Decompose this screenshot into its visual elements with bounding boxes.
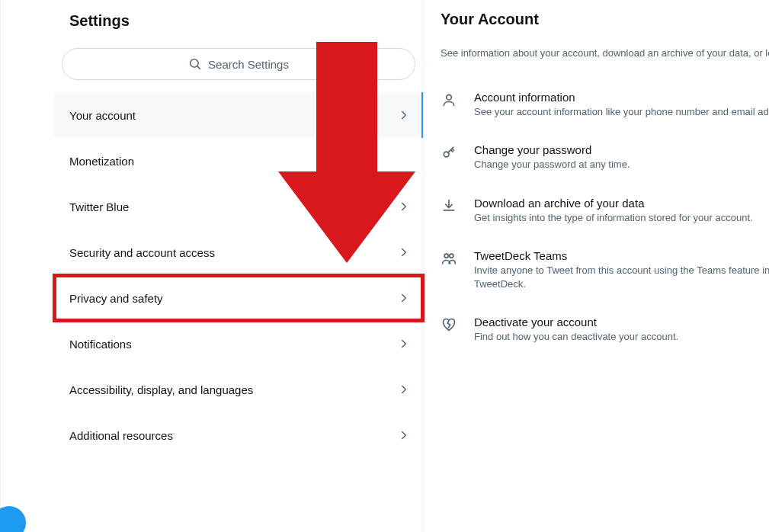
- nav-item-label: Notifications: [69, 338, 132, 351]
- account-title: Your Account: [441, 11, 769, 28]
- search-settings-input[interactable]: Search Settings: [62, 48, 415, 80]
- chevron-right-icon: [397, 108, 411, 122]
- nav-item-accessibility-display-and-languages[interactable]: Accessibility, display, and languages: [54, 367, 423, 412]
- svg-line-1: [197, 66, 200, 69]
- detail-title: Download an archive of your data: [474, 197, 769, 210]
- detail-item-tweetdeck-teams[interactable]: TweetDeck TeamsInvite anyone to Tweet fr…: [441, 237, 769, 303]
- nav-item-your-account[interactable]: Your account: [54, 92, 423, 138]
- chevron-right-icon: [397, 337, 411, 351]
- nav-item-additional-resources[interactable]: Additional resources: [54, 412, 423, 458]
- settings-sidebar: Settings Search Settings Your accountMon…: [0, 0, 424, 532]
- detail-desc: Invite anyone to Tweet from this account…: [474, 264, 769, 291]
- nav-item-label: Accessibility, display, and languages: [69, 383, 253, 396]
- nav-item-label: Your account: [69, 109, 136, 122]
- chevron-right-icon: [397, 245, 411, 259]
- nav-item-label: Security and account access: [69, 246, 215, 259]
- download-icon: [441, 198, 457, 213]
- svg-point-5: [450, 254, 453, 258]
- key-icon: [441, 145, 457, 160]
- chevron-right-icon: [397, 428, 411, 442]
- detail-text: Download an archive of your dataGet insi…: [474, 197, 769, 225]
- detail-title: Deactivate your account: [474, 316, 769, 328]
- nav-item-label: Twitter Blue: [69, 200, 129, 213]
- chevron-right-icon: [397, 200, 411, 213]
- chevron-right-icon: [397, 383, 411, 396]
- settings-title: Settings: [54, 0, 423, 42]
- detail-text: Deactivate your accountFind out how you …: [474, 316, 769, 344]
- account-detail-list: Account informationSee your account info…: [441, 79, 769, 356]
- person-icon: [441, 92, 457, 107]
- chevron-right-icon: [397, 291, 411, 305]
- detail-item-download-an-archive-of-your-data[interactable]: Download an archive of your dataGet insi…: [441, 184, 769, 237]
- account-panel: Your Account See information about your …: [424, 0, 769, 532]
- search-placeholder: Search Settings: [208, 58, 289, 71]
- svg-point-2: [447, 95, 452, 101]
- detail-title: Change your password: [474, 143, 769, 156]
- people-icon: [441, 251, 457, 266]
- detail-desc: Get insights into the type of informatio…: [474, 211, 769, 225]
- detail-text: Change your passwordChange your password…: [474, 143, 769, 171]
- nav-item-label: Privacy and safety: [69, 292, 163, 305]
- account-subtitle: See information about your account, down…: [441, 46, 769, 60]
- detail-item-deactivate-your-account[interactable]: Deactivate your accountFind out how you …: [441, 303, 769, 356]
- search-wrapper: Search Settings: [54, 42, 423, 92]
- settings-nav-list: Your accountMonetizationTwitter BlueSecu…: [54, 92, 423, 458]
- detail-title: Account information: [474, 91, 769, 104]
- search-icon: [188, 57, 202, 71]
- detail-desc: Find out how you can deactivate your acc…: [474, 330, 769, 344]
- detail-text: Account informationSee your account info…: [474, 91, 769, 119]
- nav-item-security-and-account-access[interactable]: Security and account access: [54, 229, 423, 275]
- detail-text: TweetDeck TeamsInvite anyone to Tweet fr…: [474, 249, 769, 291]
- nav-item-notifications[interactable]: Notifications: [54, 321, 423, 367]
- svg-point-0: [191, 59, 199, 68]
- nav-item-twitter-blue[interactable]: Twitter Blue: [54, 184, 423, 229]
- svg-point-4: [444, 254, 448, 258]
- detail-desc: See your account information like your p…: [474, 105, 769, 119]
- nav-item-privacy-and-safety[interactable]: Privacy and safety: [54, 275, 423, 321]
- detail-item-account-information[interactable]: Account informationSee your account info…: [441, 79, 769, 131]
- detail-desc: Change your password at any time.: [474, 158, 769, 171]
- heart-broken-icon: [441, 317, 457, 332]
- nav-item-label: Additional resources: [69, 429, 173, 442]
- detail-item-change-your-password[interactable]: Change your passwordChange your password…: [441, 131, 769, 184]
- detail-title: TweetDeck Teams: [474, 249, 769, 262]
- nav-item-label: Monetization: [69, 155, 134, 168]
- nav-item-monetization[interactable]: Monetization: [54, 138, 423, 184]
